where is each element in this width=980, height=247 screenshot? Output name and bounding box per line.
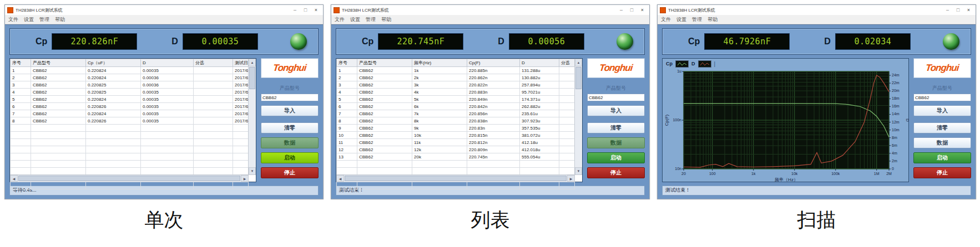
table-row[interactable]: 4CBB620.2208250.000352017/6/7/周三 8:52: [11, 89, 249, 96]
status-bar: 测试结束！: [662, 186, 971, 195]
data-button[interactable]: 数据: [913, 137, 971, 148]
stop-button[interactable]: 停止: [587, 167, 645, 178]
product-model-input[interactable]: [261, 94, 319, 101]
horizontal-scroll-thumb[interactable]: [345, 176, 567, 181]
table-row[interactable]: 3CBB620.2208250.000362017/6/7/周三 8:52: [11, 81, 249, 89]
clear-button[interactable]: 清零: [261, 122, 319, 133]
scroll-up-icon[interactable]: ▲: [249, 59, 256, 66]
column-header: 产品型号: [357, 59, 412, 67]
vertical-scrollbar[interactable]: ▲ ▼: [248, 59, 256, 175]
menu-item[interactable]: 设置: [350, 16, 360, 23]
legend-d-curve-icon[interactable]: [698, 60, 711, 68]
minimize-button[interactable]: –: [943, 7, 952, 14]
table-row[interactable]: 10CBB6210k220.815n381.072u: [337, 132, 575, 139]
table-row[interactable]: [11, 132, 249, 139]
scroll-down-icon[interactable]: ▼: [249, 167, 256, 175]
table-row[interactable]: 12CBB6212k220.809n412.018u: [337, 146, 575, 153]
table-row[interactable]: 4CBB624k220.883n95.7021u: [337, 89, 575, 96]
minimize-button[interactable]: –: [617, 7, 626, 14]
close-button[interactable]: ×: [638, 7, 647, 14]
menu-item[interactable]: 帮助: [708, 16, 718, 23]
table-row[interactable]: 2CBB620.2208240.000362017/6/7/周三 8:52: [11, 74, 249, 81]
close-button[interactable]: ×: [311, 7, 321, 14]
menu-item[interactable]: 帮助: [55, 16, 65, 23]
product-model-input[interactable]: [913, 94, 971, 101]
vertical-scrollbar[interactable]: ▲ ▼: [574, 59, 582, 175]
maximize-button[interactable]: □: [627, 7, 637, 14]
table-row[interactable]: [337, 168, 575, 175]
menu-item[interactable]: 设置: [24, 16, 34, 23]
product-model-input[interactable]: [587, 94, 645, 101]
menu-item[interactable]: 文件: [335, 16, 345, 23]
horizontal-scrollbar[interactable]: ◀ ▶: [10, 174, 249, 182]
scroll-left-icon[interactable]: ◀: [10, 175, 18, 182]
minimize-button[interactable]: –: [290, 7, 300, 14]
tonghui-logo: Tonghui: [261, 58, 319, 78]
scroll-down-icon[interactable]: ▼: [575, 167, 582, 175]
table-row[interactable]: 1CBB621k220.885n131.288u: [337, 67, 575, 74]
import-button[interactable]: 导入: [913, 105, 971, 116]
table-row[interactable]: 5CBB620.2208240.000352017/6/7/周三 8:52: [11, 96, 249, 103]
svg-text:10m: 10m: [892, 128, 900, 132]
menu-item[interactable]: 管理: [692, 16, 702, 23]
table-row[interactable]: 2CBB622k220.862n130.882u: [337, 74, 575, 81]
menu-item[interactable]: 文件: [8, 16, 18, 23]
menu-item[interactable]: 帮助: [381, 16, 391, 23]
menu-item[interactable]: 管理: [39, 16, 49, 23]
menu-item[interactable]: 文件: [661, 16, 671, 23]
vertical-scroll-thumb[interactable]: [575, 67, 582, 89]
close-button[interactable]: ×: [964, 7, 973, 14]
scroll-right-icon[interactable]: ▶: [241, 175, 249, 182]
import-button[interactable]: 导入: [587, 105, 645, 116]
caption-sweep: 扫描: [657, 207, 976, 233]
legend-separator: |: [714, 61, 716, 67]
table-row[interactable]: 7CBB627k220.856n235.61u: [337, 110, 575, 117]
maximize-button[interactable]: □: [301, 7, 310, 14]
table-row[interactable]: 8CBB620.2208260.000352017/6/7/周三 8:52: [11, 117, 249, 125]
stop-button[interactable]: 停止: [261, 167, 319, 178]
start-button[interactable]: 启动: [587, 152, 645, 163]
menu-item[interactable]: 设置: [676, 16, 686, 23]
scroll-track[interactable]: [249, 90, 256, 167]
scroll-up-icon[interactable]: ▲: [575, 59, 582, 66]
legend-cp-curve-icon[interactable]: [675, 60, 689, 68]
table-row[interactable]: [11, 168, 249, 175]
table-row[interactable]: 11CBB6211k220.812n412.18u: [337, 139, 575, 146]
table-row[interactable]: 8CBB628k220.838n307.923u: [337, 117, 575, 125]
table-row[interactable]: [337, 182, 575, 189]
table-row[interactable]: [11, 146, 249, 153]
clear-button[interactable]: 清零: [913, 122, 971, 133]
table-row[interactable]: [11, 182, 249, 189]
start-button[interactable]: 启动: [913, 152, 971, 163]
start-button[interactable]: 启动: [261, 152, 319, 163]
table-row[interactable]: 7CBB620.2208240.000352017/6/7/周三 8:52: [11, 110, 249, 117]
table-row[interactable]: 1CBB620.2208240.000352017/6/7/周三 8:52: [11, 67, 249, 74]
import-button[interactable]: 导入: [261, 105, 319, 116]
stop-button[interactable]: 停止: [913, 167, 971, 178]
table-row[interactable]: 3CBB623k220.822n257.894u: [337, 81, 575, 89]
scroll-right-icon[interactable]: ▶: [567, 175, 575, 182]
horizontal-scroll-thumb[interactable]: [18, 176, 240, 181]
table-row[interactable]: 6CBB620.2208260.000352017/6/7/周三 8:52: [11, 103, 249, 110]
table-row[interactable]: [11, 161, 249, 168]
menu-item[interactable]: 管理: [366, 16, 376, 23]
table-row[interactable]: 9CBB629k220.83n357.535u: [337, 125, 575, 132]
app-window: TH2838H LCR测试系统 – □ × 文件设置管理帮助 Cp 220.74…: [331, 4, 650, 199]
table-row[interactable]: 13CBB6220k220.745n555.054u: [337, 153, 575, 161]
horizontal-scrollbar[interactable]: ◀ ▶: [336, 174, 575, 182]
table-row[interactable]: 5CBB625k220.849n174.371u: [337, 96, 575, 103]
data-button: 数据: [587, 137, 645, 148]
table-row[interactable]: [11, 139, 249, 146]
scroll-track[interactable]: [575, 90, 582, 167]
table-row[interactable]: [11, 153, 249, 161]
chart-legend: Cp D |: [664, 59, 908, 68]
table-row[interactable]: [337, 161, 575, 168]
column-header: 分选: [194, 59, 233, 67]
vertical-scroll-thumb[interactable]: [249, 67, 255, 89]
table-row[interactable]: [11, 125, 249, 132]
captions-row: 单次 列表 扫描: [4, 207, 980, 233]
maximize-button[interactable]: □: [953, 7, 963, 14]
scroll-left-icon[interactable]: ◀: [336, 175, 344, 182]
table-row[interactable]: 6CBB626k220.842n262.882u: [337, 103, 575, 110]
clear-button[interactable]: 清零: [587, 122, 645, 133]
